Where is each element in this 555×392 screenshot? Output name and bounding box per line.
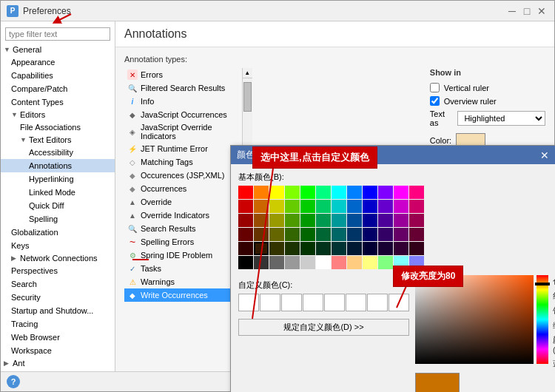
sidebar-item-capabilities[interactable]: Capabilities <box>1 69 115 82</box>
basic-color-cell-61[interactable] <box>254 256 269 269</box>
maximize-button[interactable]: □ <box>520 4 534 18</box>
basic-color-cell-53[interactable] <box>316 242 331 255</box>
sidebar-item-quick-diff[interactable]: Quick Diff <box>1 199 115 212</box>
custom-cell-5[interactable] <box>324 294 345 311</box>
sidebar-item-tracing[interactable]: Tracing <box>1 317 115 331</box>
basic-color-cell-56[interactable] <box>363 242 377 255</box>
sidebar-item-linked-mode[interactable]: Linked Mode <box>1 186 115 199</box>
basic-color-cell-55[interactable] <box>347 242 362 255</box>
basic-color-cell-33[interactable] <box>378 214 393 227</box>
basic-color-cell-9[interactable] <box>378 186 393 199</box>
basic-color-cell-52[interactable] <box>300 242 315 255</box>
ann-item-matching[interactable]: ◇ Matching Tags <box>124 155 242 169</box>
ann-item-errors[interactable]: ✕ Errors <box>124 68 242 81</box>
basic-color-cell-66[interactable] <box>332 256 346 269</box>
define-custom-button[interactable]: 规定自定义颜色(D) >> <box>238 319 409 336</box>
basic-color-cell-60[interactable] <box>238 256 253 269</box>
basic-color-cell-26[interactable] <box>269 214 284 227</box>
basic-color-cell-37[interactable] <box>254 228 269 241</box>
basic-color-cell-30[interactable] <box>332 214 346 227</box>
basic-color-cell-3[interactable] <box>285 186 300 199</box>
sidebar-item-annotations[interactable]: Annotations <box>1 159 115 172</box>
custom-cell-6[interactable] <box>346 294 366 311</box>
sidebar-item-hyperlinking[interactable]: Hyperlinking <box>1 172 115 186</box>
sidebar-item-editors[interactable]: ▼ Editors <box>1 109 115 121</box>
sidebar-item-web-browser[interactable]: Web Browser <box>1 331 115 344</box>
sidebar-item-accessibility[interactable]: Accessibility <box>1 146 115 159</box>
basic-color-cell-34[interactable] <box>394 214 408 227</box>
cp-gradient-picker[interactable] <box>415 275 534 364</box>
basic-color-cell-11[interactable] <box>409 186 424 199</box>
text-as-select[interactable]: Highlighted <box>457 111 545 126</box>
basic-color-cell-46[interactable] <box>394 228 408 241</box>
basic-color-cell-13[interactable] <box>254 200 269 213</box>
basic-color-cell-45[interactable] <box>378 228 393 241</box>
basic-color-cell-29[interactable] <box>316 214 331 227</box>
basic-color-cell-40[interactable] <box>300 228 315 241</box>
ann-item-js-occ[interactable]: ◆ JavaScript Occurrences <box>124 108 242 121</box>
basic-color-cell-57[interactable] <box>378 242 393 255</box>
basic-color-cell-32[interactable] <box>363 214 377 227</box>
sidebar-item-content-types[interactable]: Content Types <box>1 95 115 109</box>
basic-color-cell-0[interactable] <box>238 186 253 199</box>
basic-color-cell-39[interactable] <box>285 228 300 241</box>
basic-color-cell-18[interactable] <box>332 200 346 213</box>
basic-color-cell-59[interactable] <box>409 242 424 255</box>
basic-color-cell-64[interactable] <box>300 256 315 269</box>
basic-color-cell-10[interactable] <box>394 186 408 199</box>
basic-color-cell-42[interactable] <box>332 228 346 241</box>
ann-item-override[interactable]: ▲ Override <box>124 195 242 209</box>
basic-color-cell-15[interactable] <box>285 200 300 213</box>
basic-color-cell-63[interactable] <box>285 256 300 269</box>
basic-color-cell-28[interactable] <box>300 214 315 227</box>
basic-color-cell-51[interactable] <box>285 242 300 255</box>
cp-hue-strip[interactable] <box>536 275 548 364</box>
close-button[interactable]: ✕ <box>535 4 548 18</box>
basic-color-cell-31[interactable] <box>347 214 362 227</box>
basic-color-cell-62[interactable] <box>269 256 284 269</box>
basic-color-cell-67[interactable] <box>347 256 362 269</box>
basic-color-cell-14[interactable] <box>269 200 284 213</box>
basic-color-cell-7[interactable] <box>347 186 362 199</box>
basic-color-cell-12[interactable] <box>238 200 253 213</box>
custom-cell-8[interactable] <box>388 294 409 311</box>
sidebar-item-security[interactable]: Security <box>1 291 115 304</box>
sidebar-item-perspectives[interactable]: Perspectives <box>1 264 115 277</box>
sidebar-item-ant[interactable]: ▶ Ant <box>1 357 115 369</box>
custom-cell-4[interactable] <box>303 294 323 311</box>
basic-color-cell-50[interactable] <box>269 242 284 255</box>
basic-color-cell-20[interactable] <box>363 200 377 213</box>
sidebar-item-search[interactable]: Search <box>1 277 115 291</box>
basic-color-cell-2[interactable] <box>269 186 284 199</box>
overview-ruler-checkbox[interactable] <box>430 96 440 106</box>
ann-item-tasks[interactable]: ✓ Tasks <box>124 262 242 275</box>
ann-item-js-override[interactable]: ◈ JavaScript Override Indicators <box>124 121 242 142</box>
vertical-ruler-checkbox[interactable] <box>430 83 440 92</box>
basic-color-cell-44[interactable] <box>363 228 377 241</box>
ann-item-spelling[interactable]: ~ Spelling Errors <box>124 235 242 249</box>
basic-color-cell-22[interactable] <box>394 200 408 213</box>
basic-color-cell-27[interactable] <box>285 214 300 227</box>
ann-item-search[interactable]: 🔍 Search Results <box>124 222 242 235</box>
basic-color-cell-65[interactable] <box>316 256 331 269</box>
sidebar-item-text-editors[interactable]: ▼ Text Editors <box>1 134 115 146</box>
sidebar-item-compare[interactable]: Compare/Patch <box>1 82 115 95</box>
custom-cell-2[interactable] <box>260 294 280 311</box>
basic-color-cell-58[interactable] <box>394 242 408 255</box>
scroll-up-btn[interactable]: ▲ <box>243 68 252 78</box>
basic-color-cell-21[interactable] <box>378 200 393 213</box>
basic-color-cell-38[interactable] <box>269 228 284 241</box>
ann-item-spring[interactable]: ⚙ Spring IDE Problem <box>124 249 242 262</box>
basic-color-cell-48[interactable] <box>238 242 253 255</box>
cp-close-button[interactable]: ✕ <box>540 149 549 161</box>
filter-input[interactable] <box>5 27 110 41</box>
basic-color-cell-43[interactable] <box>347 228 362 241</box>
basic-color-cell-25[interactable] <box>254 214 269 227</box>
basic-color-cell-17[interactable] <box>316 200 331 213</box>
basic-color-cell-24[interactable] <box>238 214 253 227</box>
custom-cell-7[interactable] <box>367 294 388 311</box>
sidebar-item-keys[interactable]: Keys <box>1 239 115 252</box>
basic-color-cell-47[interactable] <box>409 228 424 241</box>
basic-color-cell-8[interactable] <box>363 186 377 199</box>
basic-color-cell-36[interactable] <box>238 228 253 241</box>
